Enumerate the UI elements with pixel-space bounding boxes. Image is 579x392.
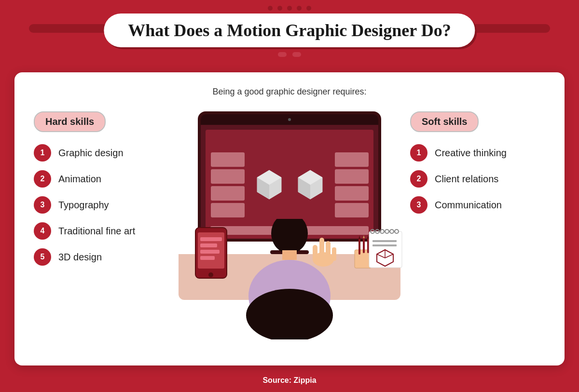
cube-icon-1	[255, 168, 284, 202]
person-silhouette	[241, 219, 338, 341]
panel-block	[211, 169, 245, 184]
notebook-icon	[362, 222, 405, 270]
soft-skill-number-1: 1	[410, 144, 427, 162]
skill-item-1: 1 Graphic design	[34, 144, 169, 162]
panel-block	[211, 203, 245, 217]
soft-skill-text-3: Communication	[435, 200, 502, 211]
panel-block	[211, 186, 245, 201]
person-icon	[241, 219, 338, 339]
dot	[287, 6, 292, 11]
panel-block	[211, 152, 245, 167]
svg-point-43	[246, 289, 333, 339]
svg-marker-22	[358, 235, 360, 239]
svg-rect-11	[200, 243, 217, 247]
phone	[193, 225, 229, 283]
skill-text-1: Graphic design	[58, 148, 124, 159]
skill-text-2: Animation	[58, 174, 101, 185]
svg-rect-10	[200, 237, 222, 241]
soft-skills-column: Soft skills 1 Creative thinking 2 Client…	[410, 111, 545, 222]
dot	[277, 6, 282, 11]
svg-point-40	[271, 219, 308, 254]
skill-number-3: 3	[34, 196, 51, 214]
skill-text-3: Typography	[58, 200, 109, 211]
bottom-title-dots	[278, 52, 301, 57]
panel-block	[335, 203, 369, 217]
svg-rect-34	[372, 240, 397, 242]
soft-skill-number-3: 3	[410, 196, 427, 214]
title-pill: What Does a Motion Graphic Designer Do?	[104, 14, 475, 47]
soft-skill-item-1: 1 Creative thinking	[410, 144, 545, 162]
soft-skill-item-2: 2 Client relations	[410, 170, 545, 188]
soft-skill-item-3: 3 Communication	[410, 196, 545, 214]
cubes-area	[255, 168, 325, 202]
dot	[297, 6, 302, 11]
top-dots	[268, 6, 311, 11]
deco-bar-left	[29, 24, 116, 33]
subtitle: Being a good graphic designer requires:	[34, 87, 545, 97]
panel-block	[335, 186, 369, 201]
panel-block	[335, 152, 369, 167]
svg-rect-35	[372, 244, 397, 246]
skill-number-5: 5	[34, 248, 51, 266]
skill-item-4: 4 Traditional fine art	[34, 222, 169, 240]
skill-text-5: 3D design	[58, 252, 102, 263]
svg-rect-21	[358, 238, 360, 255]
hard-skills-label: Hard skills	[34, 111, 106, 132]
skill-number-2: 2	[34, 170, 51, 188]
soft-skill-text-1: Creative thinking	[435, 148, 507, 159]
soft-skill-number-2: 2	[410, 170, 427, 188]
svg-rect-13	[200, 256, 215, 260]
title-container: What Does a Motion Graphic Designer Do?	[104, 14, 475, 47]
dot	[278, 52, 287, 57]
skill-item-3: 3 Typography	[34, 196, 169, 214]
skill-number-1: 1	[34, 144, 51, 162]
dot	[292, 52, 301, 57]
soft-skill-text-2: Client relations	[435, 174, 498, 185]
svg-rect-41	[282, 250, 297, 260]
dot	[268, 6, 273, 11]
notebook-area	[362, 222, 405, 272]
skill-number-4: 4	[34, 222, 51, 240]
page-title: What Does a Motion Graphic Designer Do?	[128, 21, 451, 40]
svg-point-14	[208, 272, 213, 277]
right-side-panel	[335, 152, 369, 217]
soft-skills-label: Soft skills	[410, 111, 479, 132]
svg-rect-12	[200, 250, 220, 254]
monitor-top-bar	[201, 114, 378, 125]
hard-skills-column: Hard skills 1 Graphic design 2 Animation…	[34, 111, 169, 274]
panel-block	[335, 169, 369, 184]
skill-item-5: 5 3D design	[34, 248, 169, 266]
source-text: Source: Zippia	[262, 376, 316, 385]
phone-icon	[193, 225, 229, 281]
camera-dot	[288, 118, 291, 121]
skill-item-2: 2 Animation	[34, 170, 169, 188]
dot	[306, 6, 311, 11]
deco-bar-right	[463, 24, 550, 33]
left-side-panel	[211, 152, 245, 217]
skill-text-4: Traditional fine art	[58, 226, 135, 237]
cube-icon-2	[296, 168, 325, 202]
